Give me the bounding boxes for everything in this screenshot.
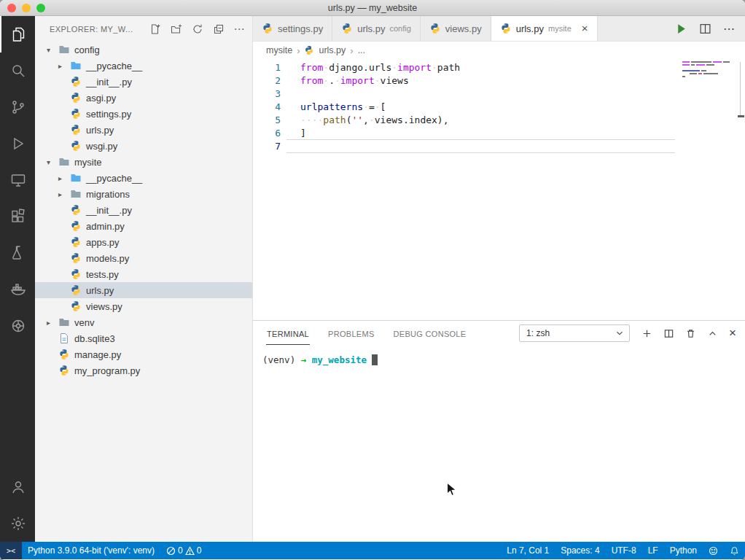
trash-icon[interactable]: [685, 328, 696, 339]
split-terminal-icon[interactable]: [663, 328, 674, 339]
new-folder-icon[interactable]: [171, 23, 182, 35]
tree-item-manage-py[interactable]: manage.py: [35, 346, 252, 362]
python-icon: [70, 76, 82, 88]
tree-item-pycache-mysite[interactable]: ▸ __pycache__: [35, 170, 252, 186]
python-icon: [70, 284, 82, 296]
activitybar-kubernetes[interactable]: [0, 308, 35, 344]
tree-item-venv[interactable]: ▸ venv: [35, 314, 252, 330]
tree-item-admin-py[interactable]: admin.py: [35, 218, 252, 234]
tree-item-pycache[interactable]: ▸ __pycache__: [35, 58, 252, 74]
more-actions-icon[interactable]: ⋯: [723, 22, 735, 36]
activitybar-search[interactable]: [0, 52, 35, 89]
run-python-file-icon[interactable]: [675, 23, 687, 35]
tree-item-asgi-py[interactable]: asgi.py: [35, 90, 252, 106]
tree-item-config[interactable]: ▾ config: [35, 42, 252, 58]
panel-tab-problems[interactable]: PROBLEMS: [327, 322, 375, 345]
code-line: 1 from·django.urls·import·path: [253, 61, 745, 74]
tab-label: urls.py: [516, 23, 544, 34]
encoding-label: UTF-8: [612, 545, 636, 556]
activitybar-account[interactable]: [0, 469, 35, 505]
terminal-output[interactable]: (venv) → my_website: [253, 346, 745, 542]
close-window-button[interactable]: [7, 4, 16, 12]
zoom-window-button[interactable]: [36, 4, 45, 12]
activitybar-extensions[interactable]: [0, 198, 35, 235]
remote-indicator[interactable]: ><: [0, 542, 22, 559]
tree-item-init-py-mysite[interactable]: __init__.py: [35, 202, 252, 218]
python-icon: [70, 220, 82, 232]
tree-item-urls-py-config[interactable]: urls.py: [35, 122, 252, 138]
breadcrumb-separator-icon: ›: [350, 45, 353, 56]
tree-item-apps-py[interactable]: apps.py: [35, 234, 252, 250]
activitybar-run-debug[interactable]: [0, 125, 35, 162]
activitybar-docker[interactable]: [0, 271, 35, 308]
panel-tab-debug-console[interactable]: DEBUG CONSOLE: [393, 322, 467, 345]
tree-item-mysite[interactable]: ▾ mysite: [35, 154, 252, 170]
problems-item[interactable]: 0 0: [160, 542, 207, 559]
panel-actions: ×: [641, 328, 736, 339]
terminal-shell-select[interactable]: 1: zsh: [519, 324, 630, 342]
tree-item-my-program-py[interactable]: my_program.py: [35, 362, 252, 378]
tab-urls-py-config[interactable]: urls.py config: [332, 16, 421, 41]
minimap-line: [682, 67, 735, 69]
tree-item-urls-py-mysite[interactable]: urls.py: [35, 282, 252, 298]
folder-icon: [70, 172, 82, 184]
activitybar-testing[interactable]: [0, 235, 35, 271]
new-terminal-icon[interactable]: [641, 328, 652, 339]
indentation-item[interactable]: Spaces: 4: [555, 542, 605, 559]
tree-item-db-sqlite3[interactable]: db.sqlite3: [35, 330, 252, 346]
breadcrumb-symbol[interactable]: ...: [358, 45, 365, 55]
breadcrumb-file[interactable]: urls.py: [319, 45, 346, 55]
python-icon: [262, 23, 273, 34]
tab-urls-py-mysite[interactable]: urls.py mysite ×: [491, 16, 598, 41]
minimap[interactable]: [682, 61, 735, 79]
tab-views-py[interactable]: views.py: [421, 16, 491, 41]
python-interpreter-item[interactable]: Python 3.9.0 64-bit ('venv': venv): [22, 542, 160, 559]
close-panel-icon[interactable]: ×: [729, 329, 736, 338]
eol-item[interactable]: LF: [642, 542, 664, 559]
chevron-up-icon[interactable]: [707, 328, 718, 339]
code-line-current: 7: [253, 140, 745, 153]
tree-item-wsgi-py[interactable]: wsgi.py: [35, 138, 252, 154]
activitybar-source-control[interactable]: [0, 89, 35, 125]
breadcrumb-folder[interactable]: mysite: [266, 45, 292, 55]
code-token: ·: [375, 75, 381, 86]
activitybar-remote-explorer[interactable]: [0, 162, 35, 198]
tree-item-views-py[interactable]: views.py: [35, 298, 252, 314]
more-actions-icon[interactable]: ⋯: [234, 26, 245, 33]
tree-item-migrations[interactable]: ▸ migrations: [35, 186, 252, 202]
split-editor-icon[interactable]: [699, 23, 711, 35]
line-number: 7: [253, 140, 286, 153]
tree-item-label: settings.py: [86, 109, 131, 120]
line-number: 2: [253, 74, 286, 88]
tree-item-settings-py[interactable]: settings.py: [35, 106, 252, 122]
activitybar-explorer[interactable]: [0, 16, 35, 52]
encoding-item[interactable]: UTF-8: [606, 542, 642, 559]
code-editor[interactable]: 1 from·django.urls·import·path 2 from·.·…: [253, 59, 745, 320]
code-token: ): [437, 114, 443, 125]
tree-item-init-py[interactable]: __init__.py: [35, 74, 252, 90]
run-debug-icon: [9, 135, 27, 152]
python-icon: [304, 45, 314, 56]
line-number: 5: [253, 114, 286, 127]
collapse-folders-icon[interactable]: [213, 23, 225, 35]
code-token: ]: [300, 128, 306, 139]
tree-item-models-py[interactable]: models.py: [35, 250, 252, 266]
activitybar-settings[interactable]: [0, 505, 35, 542]
tab-settings-py[interactable]: settings.py: [253, 16, 332, 41]
python-icon: [70, 236, 82, 248]
language-mode-item[interactable]: Python: [664, 542, 703, 559]
close-icon[interactable]: ×: [582, 24, 588, 33]
refresh-icon[interactable]: [192, 23, 203, 35]
cursor-position-item[interactable]: Ln 7, Col 1: [501, 542, 555, 559]
code-token: ·: [432, 62, 437, 73]
tree-item-tests-py[interactable]: tests.py: [35, 266, 252, 282]
prompt-venv: (venv): [262, 354, 295, 365]
smiley-icon: [709, 546, 718, 556]
minimize-window-button[interactable]: [22, 4, 31, 12]
feedback-item[interactable]: [703, 542, 724, 559]
notifications-item[interactable]: [724, 542, 745, 559]
panel-tab-terminal[interactable]: TERMINAL: [266, 322, 310, 345]
new-file-icon[interactable]: [149, 23, 161, 35]
bottom-panel: TERMINAL PROBLEMS DEBUG CONSOLE 1: zsh ×: [253, 320, 745, 542]
editor-scrollbar[interactable]: [740, 62, 741, 117]
